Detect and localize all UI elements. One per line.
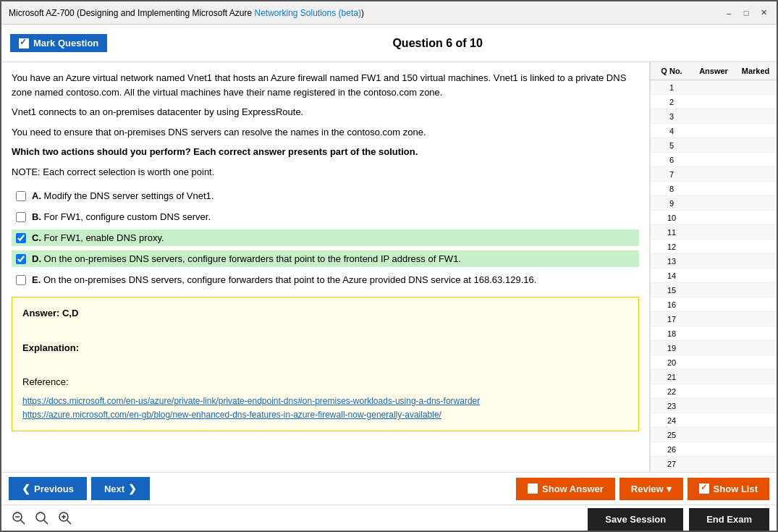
- list-item[interactable]: 17: [651, 312, 777, 326]
- list-item[interactable]: 21: [651, 370, 777, 384]
- window-title: Microsoft AZ-700 (Designing and Implemen…: [9, 8, 364, 18]
- sidebar-qnum: 17: [651, 313, 693, 325]
- sidebar-answer: [693, 390, 735, 393]
- next-chevron-icon: ❯: [128, 483, 137, 494]
- sidebar-answer: [693, 274, 735, 277]
- list-item[interactable]: 16: [651, 297, 777, 312]
- sidebar-marked: [735, 159, 777, 161]
- previous-label: Previous: [34, 484, 74, 494]
- list-item[interactable]: 11: [651, 225, 777, 240]
- sidebar-marked: [735, 130, 777, 132]
- list-item[interactable]: 13: [651, 254, 777, 269]
- sidebar-col-qno: Q No.: [651, 65, 693, 77]
- sidebar-qnum: 16: [651, 299, 693, 311]
- list-item[interactable]: 23: [651, 399, 777, 413]
- prev-chevron-icon: ❮: [22, 483, 30, 494]
- list-item[interactable]: 28: [651, 471, 777, 472]
- list-item[interactable]: 14: [651, 269, 777, 283]
- list-item[interactable]: 3: [651, 109, 777, 124]
- list-item[interactable]: 7: [651, 167, 777, 182]
- list-item[interactable]: 4: [651, 124, 777, 138]
- list-item[interactable]: 15: [651, 283, 777, 297]
- zoom-out-button[interactable]: [9, 510, 29, 530]
- sidebar-col-marked: Marked: [735, 65, 777, 77]
- sidebar-marked: [735, 231, 777, 234]
- next-label: Next: [104, 484, 124, 494]
- option-d-label: D. On the on-premises DNS servers, confi…: [32, 253, 461, 264]
- zoom-in-button[interactable]: [55, 510, 75, 530]
- list-item[interactable]: 19: [651, 341, 777, 355]
- sidebar-qnum: 15: [651, 284, 693, 296]
- list-item[interactable]: 5: [651, 138, 777, 153]
- sidebar-marked: [735, 361, 777, 364]
- option-b-checkbox[interactable]: [16, 212, 26, 222]
- sidebar-qnum: 19: [651, 342, 693, 354]
- list-item[interactable]: 8: [651, 182, 777, 196]
- review-button[interactable]: Review ▾: [620, 478, 683, 500]
- sidebar-qnum: 22: [651, 386, 693, 397]
- zoom-reset-button[interactable]: [32, 510, 52, 530]
- previous-button[interactable]: ❮ Previous: [9, 477, 87, 500]
- zoom-in-icon: [58, 511, 72, 525]
- option-e-checkbox[interactable]: [16, 275, 26, 285]
- sidebar-marked: [735, 245, 777, 248]
- option-a-checkbox[interactable]: [16, 191, 26, 201]
- svg-line-4: [44, 520, 48, 524]
- list-item[interactable]: 1: [651, 80, 777, 95]
- list-item[interactable]: 9: [651, 196, 777, 211]
- header: Mark Question Question 6 of 10: [1, 25, 777, 62]
- save-session-button[interactable]: Save Session: [588, 508, 683, 531]
- mark-question-label: Mark Question: [33, 38, 98, 48]
- sidebar-qnum: 12: [651, 241, 693, 253]
- sidebar-answer: [693, 405, 735, 408]
- question-title: Question 6 of 10: [107, 37, 768, 50]
- sidebar-marked: [735, 463, 777, 465]
- sidebar-marked: [735, 86, 777, 89]
- list-item[interactable]: 2: [651, 95, 777, 109]
- next-button[interactable]: Next ❯: [91, 477, 150, 500]
- list-item[interactable]: 26: [651, 442, 777, 457]
- list-item[interactable]: 27: [651, 457, 777, 471]
- sidebar-answer: [693, 347, 735, 350]
- sidebar-marked: [735, 101, 777, 104]
- list-item[interactable]: 6: [651, 153, 777, 167]
- option-c-checkbox[interactable]: [16, 233, 26, 243]
- minimize-button[interactable]: –: [723, 7, 735, 19]
- show-answer-button[interactable]: Show Answer: [516, 478, 615, 500]
- option-d-checkbox[interactable]: [16, 254, 26, 264]
- sidebar-answer: [693, 101, 735, 104]
- option-c: C. For FW1, enable DNS proxy.: [12, 229, 639, 246]
- close-button[interactable]: ✕: [758, 7, 769, 19]
- list-item[interactable]: 18: [651, 326, 777, 341]
- list-item[interactable]: 20: [651, 355, 777, 370]
- end-exam-button[interactable]: End Exam: [689, 508, 769, 531]
- reference-link-1[interactable]: https://docs.microsoft.com/en-us/azure/p…: [22, 394, 628, 408]
- sidebar-marked: [735, 274, 777, 277]
- sidebar-qnum: 23: [651, 400, 693, 412]
- sidebar-marked: [735, 303, 777, 306]
- reference-link-2[interactable]: https://azure.microsoft.com/en-gb/blog/n…: [22, 408, 628, 422]
- show-list-button[interactable]: Show List: [688, 478, 769, 500]
- sidebar-qnum: 4: [651, 125, 693, 137]
- maximize-button[interactable]: □: [740, 7, 752, 19]
- list-item[interactable]: 12: [651, 240, 777, 254]
- option-b: B. For FW1, configure custom DNS server.: [12, 208, 639, 225]
- list-item[interactable]: 25: [651, 428, 777, 442]
- list-item[interactable]: 22: [651, 384, 777, 399]
- sidebar-qnum: 24: [651, 415, 693, 426]
- mark-question-button[interactable]: Mark Question: [10, 34, 107, 52]
- list-item[interactable]: 24: [651, 413, 777, 428]
- sidebar-qnum: 27: [651, 458, 693, 470]
- list-item[interactable]: 10: [651, 211, 777, 225]
- sidebar-qnum: 9: [651, 198, 693, 209]
- zoom-out-icon: [12, 511, 26, 525]
- svg-line-1: [21, 520, 25, 524]
- sidebar-answer: [693, 361, 735, 364]
- sidebar-qnum: 14: [651, 270, 693, 282]
- main-content: You have an Azure virtual network named …: [1, 62, 777, 472]
- sidebar-answer: [693, 434, 735, 436]
- sidebar-answer: [693, 130, 735, 132]
- sidebar-marked: [735, 419, 777, 422]
- sidebar-qnum: 20: [651, 357, 693, 368]
- svg-line-6: [67, 520, 72, 524]
